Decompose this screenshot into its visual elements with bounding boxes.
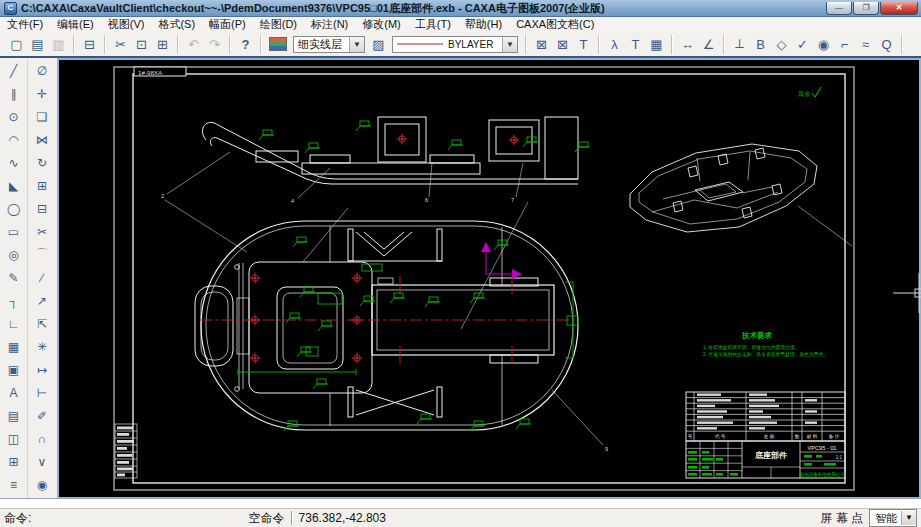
minimize-button[interactable]: — (826, 2, 852, 15)
ellipse-icon[interactable]: ◯ (2, 197, 26, 220)
erase-icon[interactable]: ∅ (30, 59, 54, 82)
style-manager-icon[interactable]: ▦ (646, 35, 667, 54)
parallel-line-icon[interactable]: ∥ (2, 82, 26, 105)
command-status: 空命令 (249, 510, 285, 527)
dim-edit-icon[interactable]: ⊢ (30, 381, 54, 404)
stretch-icon[interactable]: ⇱ (30, 312, 54, 335)
cut-icon[interactable]: ✂ (110, 35, 131, 54)
zoom-tool-icon[interactable]: ◉ (30, 473, 54, 496)
named-view-icon[interactable]: T (573, 35, 594, 54)
close-button[interactable]: ✕ (880, 2, 918, 15)
menu-tools[interactable]: 工具(T) (408, 17, 458, 32)
print-icon[interactable]: ⊟ (79, 35, 100, 54)
menu-edit[interactable]: 编辑(E) (50, 17, 101, 32)
command-input[interactable] (0, 499, 921, 509)
help-icon[interactable]: ? (235, 35, 256, 54)
text-icon[interactable]: A (2, 381, 26, 404)
maximize-button[interactable]: ❐ (853, 2, 879, 15)
table-icon[interactable]: ▤ (2, 404, 26, 427)
angular-dim-icon[interactable]: ∠ (698, 35, 719, 54)
layers-icon[interactable] (269, 37, 287, 51)
linear-dim-icon[interactable]: ↔ (677, 35, 698, 54)
chevron-down-icon[interactable]: ▼ (901, 511, 916, 525)
trim-icon[interactable]: ✂ (30, 220, 54, 243)
spline-icon[interactable]: ∿ (2, 151, 26, 174)
chevron-down-icon[interactable]: ▼ (502, 37, 517, 52)
axis-icon[interactable]: ≡ (2, 473, 26, 496)
balloon-icon[interactable]: ◉ (813, 35, 834, 54)
copy-object-icon[interactable]: ❏ (30, 105, 54, 128)
separator (73, 35, 75, 54)
block-icon[interactable]: ▣ (2, 358, 26, 381)
app-icon: C (4, 2, 17, 15)
frame-icon[interactable]: ◫ (2, 427, 26, 450)
sketch-icon[interactable]: ✎ (2, 266, 26, 289)
menu-help[interactable]: 帮助(H) (458, 17, 509, 32)
chevron-down-icon[interactable]: ▼ (349, 37, 364, 52)
toolbar: ▢▤▥ ⊟ ✂⊡⊞ ↶↷ ? 细实线层 ▼ ▨ BYLAYER ▼ ⊠⊠T λT… (0, 32, 921, 58)
status-bar: 命令: 空命令 736.382,-42.803 屏 幕 点 智能 ▼ (0, 498, 921, 527)
menu-draw[interactable]: 绘图(D) (253, 17, 304, 32)
polyline-icon[interactable]: ┐ (2, 289, 26, 312)
break-icon[interactable]: ∕ (30, 266, 54, 289)
datum-icon[interactable]: ⟂ (729, 35, 750, 54)
circle-icon[interactable]: ⊙ (2, 105, 26, 128)
line-icon[interactable]: ╱ (2, 59, 26, 82)
drawing-canvas[interactable]: 1#-98XA (57, 58, 921, 499)
hatch-icon[interactable]: ▦ (2, 335, 26, 358)
v-curve-icon[interactable]: ∨ (30, 450, 54, 473)
rectangle-icon[interactable]: ▭ (2, 220, 26, 243)
menu-format[interactable]: 格式(S) (151, 17, 202, 32)
surface-finish-icon[interactable]: ✓ (792, 35, 813, 54)
rotate-icon[interactable]: ↻ (30, 151, 54, 174)
color-combobox[interactable]: BYLAYER ▼ (392, 36, 518, 53)
arc-icon[interactable]: ◠ (2, 128, 26, 151)
open-icon[interactable]: ▤ (27, 35, 48, 54)
menu-view[interactable]: 视图(V) (101, 17, 152, 32)
polygon-icon[interactable]: ◣ (2, 174, 26, 197)
new-icon[interactable]: ▢ (6, 35, 27, 54)
array-icon[interactable]: ⊞ (30, 174, 54, 197)
menu-modify[interactable]: 修改(M) (355, 17, 408, 32)
hole-icon[interactable]: ◎ (2, 243, 26, 266)
separator (291, 511, 293, 525)
fillet-icon[interactable]: ⌒ (30, 243, 54, 266)
paste-icon[interactable]: ⊞ (152, 35, 173, 54)
menu-file[interactable]: 文件(F) (0, 17, 50, 32)
text-style-icon[interactable]: T (625, 35, 646, 54)
symbol-icon[interactable]: ⊞ (2, 450, 26, 473)
copy-icon[interactable]: ⊡ (131, 35, 152, 54)
layer-combobox[interactable]: 细实线层 ▼ (293, 36, 365, 53)
tolerance-icon[interactable]: ◇ (771, 35, 792, 54)
technical-requirements: 技术要求 1. 各焊接处焊接牢固，焊缝均匀并圆滑过渡。 2. 所有尖角倒钝去毛刺… (703, 331, 828, 358)
linestyle-icon[interactable]: ▨ (368, 35, 389, 54)
mirror-icon[interactable]: ⋈ (30, 128, 54, 151)
baseline-dim-icon[interactable]: B (750, 35, 771, 54)
surface-note-text: 其余 (798, 90, 811, 98)
dim-horizontal-icon[interactable]: ↦ (30, 358, 54, 381)
balloon: 2 (161, 193, 164, 199)
dim-style-icon[interactable]: λ (604, 35, 625, 54)
zoom-window-icon[interactable]: ⊠ (552, 35, 573, 54)
extend-icon[interactable]: ↗ (30, 289, 54, 312)
zoom-extents-icon[interactable]: ⊠ (531, 35, 552, 54)
n-curve-icon[interactable]: ∩ (30, 427, 54, 450)
balloon: 6 (425, 197, 428, 203)
menu-caxa-doc[interactable]: CAXA图文档(C) (509, 17, 601, 32)
redo-icon[interactable]: ↷ (204, 35, 225, 54)
move-icon[interactable]: ✛ (30, 82, 54, 105)
offset-icon[interactable]: ⊟ (30, 197, 54, 220)
scale-value: 1:1 (836, 455, 843, 460)
properties-icon[interactable]: ✐ (30, 404, 54, 427)
balloon: 4 (291, 198, 294, 204)
menu-dimension[interactable]: 标注(N) (304, 17, 355, 32)
view-magnifier-icon[interactable]: Q (876, 35, 897, 54)
leader-icon[interactable]: ⌐ (834, 35, 855, 54)
save-icon[interactable]: ▥ (48, 35, 69, 54)
snap-mode-combobox[interactable]: 智能 ▼ (869, 509, 917, 527)
roughness-icon[interactable]: ≈ (855, 35, 876, 54)
menu-sheet[interactable]: 幅面(P) (202, 17, 253, 32)
chamfer-icon[interactable]: ∟ (2, 312, 26, 335)
undo-icon[interactable]: ↶ (183, 35, 204, 54)
explode-icon[interactable]: ✳ (30, 335, 54, 358)
